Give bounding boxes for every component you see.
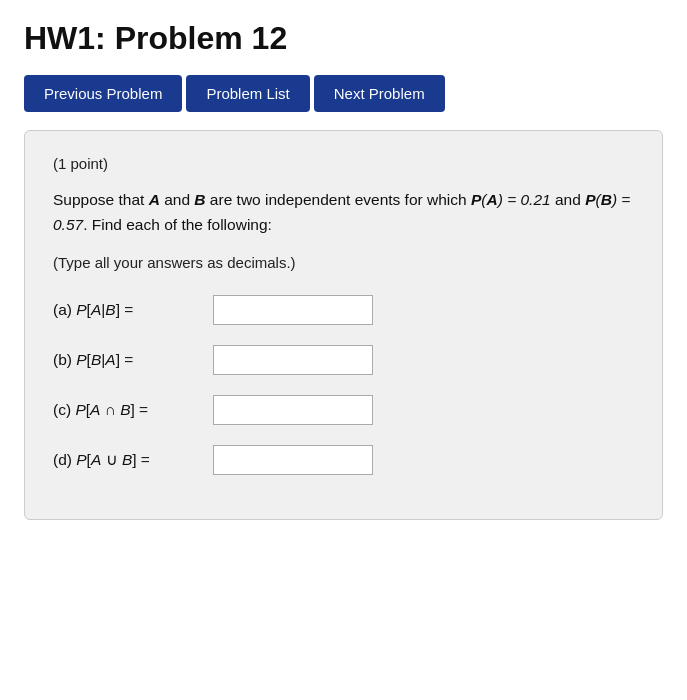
part-b-row: (b) P[B|A] = (53, 345, 634, 375)
problem-description: Suppose that A and B are two independent… (53, 188, 634, 238)
problem-list-button[interactable]: Problem List (186, 75, 309, 112)
part-a-input[interactable] (213, 295, 373, 325)
part-d-label: (d) P[A ∪ B] = (53, 451, 213, 469)
part-b-label: (b) P[B|A] = (53, 351, 213, 369)
part-b-input[interactable] (213, 345, 373, 375)
part-a-row: (a) P[A|B] = (53, 295, 634, 325)
part-c-row: (c) P[A ∩ B] = (53, 395, 634, 425)
previous-problem-button[interactable]: Previous Problem (24, 75, 182, 112)
page-title: HW1: Problem 12 (24, 20, 663, 57)
part-c-label: (c) P[A ∩ B] = (53, 401, 213, 419)
problem-container: (1 point) Suppose that A and B are two i… (24, 130, 663, 520)
part-d-row: (d) P[A ∪ B] = (53, 445, 634, 475)
point-label: (1 point) (53, 155, 634, 172)
part-c-input[interactable] (213, 395, 373, 425)
part-d-input[interactable] (213, 445, 373, 475)
navigation-bar: Previous Problem Problem List Next Probl… (24, 75, 663, 112)
decimal-note: (Type all your answers as decimals.) (53, 254, 634, 271)
next-problem-button[interactable]: Next Problem (314, 75, 445, 112)
part-a-label: (a) P[A|B] = (53, 301, 213, 319)
